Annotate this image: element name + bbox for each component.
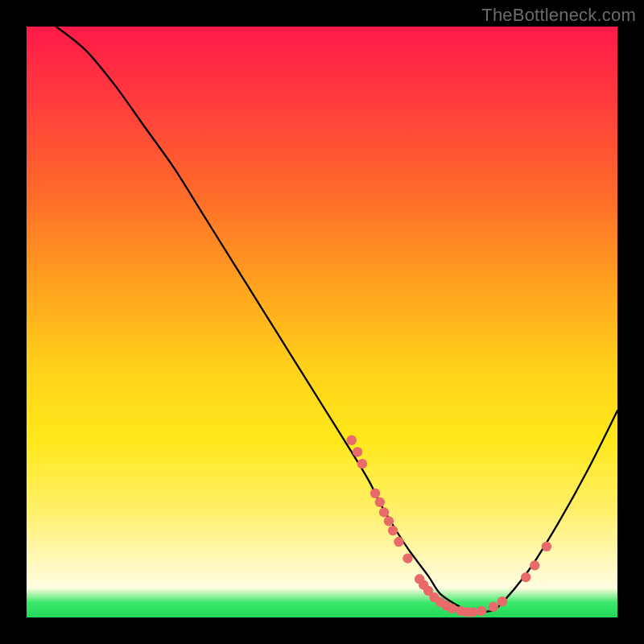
- data-point: [388, 526, 398, 535]
- data-point: [357, 459, 367, 469]
- data-point: [375, 497, 385, 507]
- data-point: [402, 553, 412, 563]
- marker-group: [347, 436, 552, 617]
- data-point: [379, 507, 389, 517]
- data-point: [521, 572, 530, 582]
- data-point: [394, 537, 403, 547]
- data-point: [347, 436, 357, 445]
- watermark-text: TheBottleneck.com: [481, 5, 636, 26]
- data-point: [497, 597, 507, 606]
- data-point: [384, 516, 394, 526]
- data-point: [477, 606, 486, 616]
- data-point: [530, 560, 539, 570]
- data-point: [353, 447, 362, 456]
- chart-svg: [27, 27, 617, 617]
- data-point: [468, 607, 477, 617]
- data-point: [489, 602, 498, 612]
- chart-frame: TheBottleneck.com: [0, 0, 644, 644]
- data-point: [542, 542, 551, 551]
- plot-area: [27, 27, 617, 617]
- data-point: [370, 489, 380, 498]
- bottleneck-curve: [56, 27, 617, 613]
- data-point: [447, 604, 456, 613]
